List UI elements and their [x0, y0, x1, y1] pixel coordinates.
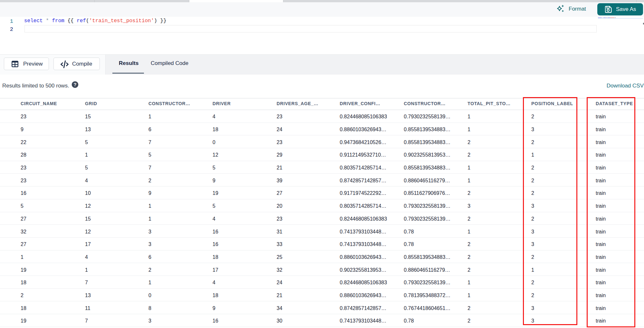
svg-text:?: ?	[73, 82, 76, 87]
